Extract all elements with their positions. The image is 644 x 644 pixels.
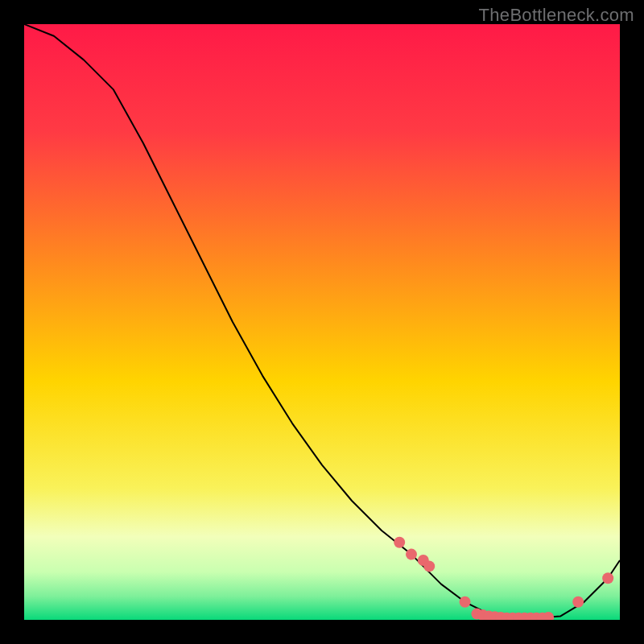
data-point [423, 560, 435, 572]
plot-area [24, 24, 620, 620]
gradient-background [24, 24, 620, 620]
data-point [394, 537, 405, 548]
data-point [460, 597, 471, 608]
data-point [602, 572, 613, 584]
watermark-label: TheBottleneck.com [479, 5, 634, 26]
data-point [406, 549, 417, 560]
chart-svg [24, 24, 620, 620]
chart-stage: TheBottleneck.com [0, 0, 644, 644]
data-point [572, 597, 584, 608]
